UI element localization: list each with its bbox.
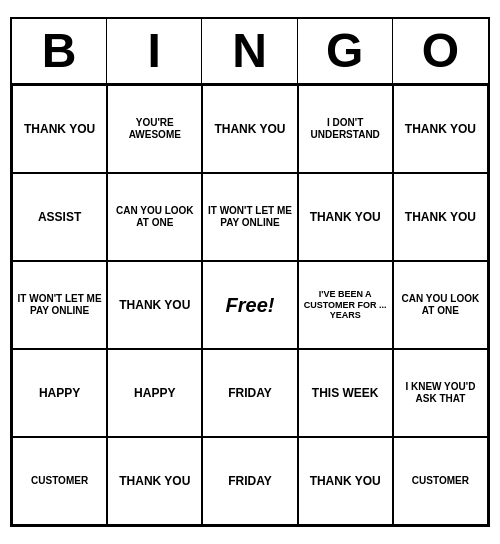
bingo-header: BINGO xyxy=(12,19,488,85)
bingo-cell-12: Free! xyxy=(202,261,297,349)
bingo-cell-13: I'VE BEEN A CUSTOMER FOR ... YEARS xyxy=(298,261,393,349)
bingo-cell-21: THANK YOU xyxy=(107,437,202,525)
bingo-cell-6: CAN YOU LOOK AT ONE xyxy=(107,173,202,261)
bingo-letter-I: I xyxy=(107,19,202,83)
bingo-cell-9: THANK YOU xyxy=(393,173,488,261)
bingo-cell-7: IT WON'T LET ME PAY ONLINE xyxy=(202,173,297,261)
bingo-cell-23: THANK YOU xyxy=(298,437,393,525)
bingo-letter-O: O xyxy=(393,19,488,83)
bingo-cell-1: YOU'RE AWESOME xyxy=(107,85,202,173)
bingo-cell-15: HAPPY xyxy=(12,349,107,437)
bingo-cell-3: I DON'T UNDERSTAND xyxy=(298,85,393,173)
bingo-cell-14: CAN YOU LOOK AT ONE xyxy=(393,261,488,349)
bingo-letter-N: N xyxy=(202,19,297,83)
bingo-cell-5: ASSIST xyxy=(12,173,107,261)
bingo-letter-B: B xyxy=(12,19,107,83)
bingo-cell-4: THANK YOU xyxy=(393,85,488,173)
bingo-grid: THANK YOUYOU'RE AWESOMETHANK YOUI DON'T … xyxy=(12,85,488,525)
bingo-cell-11: THANK YOU xyxy=(107,261,202,349)
bingo-cell-18: THIS WEEK xyxy=(298,349,393,437)
bingo-cell-19: I KNEW YOU'D ASK THAT xyxy=(393,349,488,437)
bingo-cell-20: CUSTOMER xyxy=(12,437,107,525)
bingo-cell-10: IT WON'T LET ME PAY ONLINE xyxy=(12,261,107,349)
bingo-cell-24: CUSTOMER xyxy=(393,437,488,525)
bingo-card: BINGO THANK YOUYOU'RE AWESOMETHANK YOUI … xyxy=(10,17,490,527)
bingo-cell-8: THANK YOU xyxy=(298,173,393,261)
bingo-cell-22: FRIDAY xyxy=(202,437,297,525)
bingo-cell-0: THANK YOU xyxy=(12,85,107,173)
bingo-letter-G: G xyxy=(298,19,393,83)
bingo-cell-17: FRIDAY xyxy=(202,349,297,437)
bingo-cell-16: HAPPY xyxy=(107,349,202,437)
bingo-cell-2: THANK YOU xyxy=(202,85,297,173)
